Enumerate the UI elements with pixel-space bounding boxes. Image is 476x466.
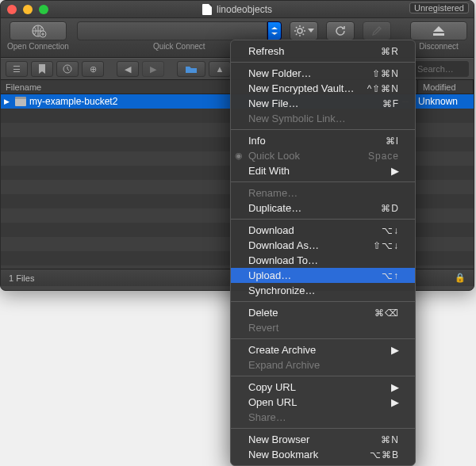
submenu-icon: ▶: [391, 165, 399, 177]
menu-item-download-as[interactable]: Download As…⇧⌥↓: [231, 238, 415, 253]
menu-item-label: Download As…: [248, 239, 319, 251]
menu-item-label: New Bookmark: [248, 449, 318, 460]
menu-shortcut: ⌘D: [381, 203, 399, 214]
menu-item-label: Copy URL: [248, 381, 296, 393]
refresh-icon: [334, 25, 347, 37]
menu-item-edit-with[interactable]: Edit With▶: [231, 163, 415, 178]
menu-item-delete[interactable]: Delete⌘⌫: [231, 305, 415, 320]
menu-item-label: Rename…: [248, 187, 298, 199]
open-connection-button[interactable]: [10, 21, 67, 40]
menu-item-new-file[interactable]: New File…⌘F: [231, 96, 415, 111]
menu-item-synchronize[interactable]: Synchronize…: [231, 283, 415, 298]
menu-shortcut: ^⇧⌘N: [367, 83, 399, 94]
document-icon: [202, 4, 212, 15]
eject-icon: [430, 25, 447, 37]
titlebar[interactable]: linodeobjects Unregistered: [1, 1, 474, 18]
menu-separator: [231, 338, 415, 339]
title-text: linodeobjects: [217, 4, 272, 15]
file-count: 1 Files: [9, 273, 34, 283]
menu-item-label: New Symbolic Link…: [248, 113, 346, 124]
menu-item-label: Download: [248, 224, 294, 236]
disconnect-button[interactable]: [410, 21, 467, 40]
menu-item-new-folder[interactable]: New Folder…⇧⌘N: [231, 66, 415, 81]
menu-shortcut: ⌘F: [382, 98, 399, 109]
context-menu: Refresh⌘RNew Folder…⇧⌘NNew Encrypted Vau…: [230, 40, 416, 466]
nav-back-button[interactable]: ◀: [117, 61, 139, 77]
header-modified[interactable]: Modified: [418, 80, 474, 94]
submenu-icon: ▶: [391, 344, 399, 356]
open-connection-label: Open Connection: [7, 42, 69, 51]
nav-forward-button[interactable]: ▶: [142, 61, 164, 77]
menu-item-label: Open URL: [248, 396, 297, 408]
menu-item-label: New Browser: [248, 434, 309, 445]
menu-item-info[interactable]: Info⌘I: [231, 133, 415, 148]
menu-item-label: Synchronize…: [248, 285, 316, 296]
menu-separator: [231, 62, 415, 63]
menu-separator: [231, 376, 415, 376]
window-title: linodeobjects: [202, 4, 272, 15]
minimize-icon[interactable]: [23, 5, 33, 14]
pencil-icon: [370, 25, 383, 37]
menu-item-label: Quick Look: [248, 150, 300, 162]
menu-item-label: New File…: [248, 97, 299, 109]
nav-up-button[interactable]: ▲: [209, 61, 231, 77]
view-bonjour-button[interactable]: ⊕: [82, 61, 104, 77]
menu-item-open-url[interactable]: Open URL▶: [231, 395, 415, 410]
menu-item-label: Expand Archive: [248, 359, 320, 371]
view-bookmarks-button[interactable]: [31, 61, 53, 77]
row-modified: Unknown: [415, 96, 470, 107]
lock-icon: 🔒: [455, 273, 466, 283]
bucket-icon: [15, 97, 26, 106]
menu-item-label: New Encrypted Vault…: [248, 82, 354, 94]
search-input[interactable]: [413, 61, 469, 77]
menu-item-label: Share…: [248, 411, 286, 423]
menu-separator: [231, 428, 415, 429]
gear-icon: [294, 25, 306, 37]
disconnect-label: Disconnect: [419, 42, 458, 51]
menu-item-download[interactable]: Download⌥↓: [231, 223, 415, 238]
menu-shortcut: ⌘I: [386, 136, 399, 147]
menu-item-refresh[interactable]: Refresh⌘R: [231, 44, 415, 59]
menu-item-label: Duplicate…: [248, 202, 301, 214]
menu-item-copy-url[interactable]: Copy URL▶: [231, 380, 415, 395]
menu-shortcut: ⌥↓: [382, 225, 399, 236]
window-controls: [7, 5, 48, 14]
menu-separator: [231, 181, 415, 182]
menu-item-download-to[interactable]: Download To…: [231, 253, 415, 268]
menu-item-create-archive[interactable]: Create Archive▶: [231, 342, 415, 357]
menu-item-label: Download To…: [248, 254, 318, 266]
menu-item-label: New Folder…: [248, 67, 311, 79]
svg-point-2: [298, 29, 302, 33]
view-list-button[interactable]: ☰: [6, 61, 28, 77]
menu-item-label: Revert: [248, 322, 278, 334]
menu-item-label: Info: [248, 135, 266, 147]
menu-item-new-symbolic-link: New Symbolic Link…: [231, 111, 415, 126]
menu-item-label: Delete: [248, 307, 278, 319]
menu-shortcut: ⌘⌫: [374, 307, 399, 319]
menu-separator: [231, 301, 415, 302]
menu-item-new-browser[interactable]: New Browser⌘N: [231, 432, 415, 447]
menu-shortcut: ⇧⌥↓: [373, 240, 399, 251]
zoom-icon[interactable]: [39, 5, 48, 14]
chevron-down-icon: [308, 29, 314, 33]
menu-item-new-bookmark[interactable]: New Bookmark⌥⌘B: [231, 447, 415, 462]
unregistered-badge[interactable]: Unregistered: [409, 2, 469, 13]
menu-item-share: Share…: [231, 410, 415, 425]
menu-item-duplicate[interactable]: Duplicate…⌘D: [231, 201, 415, 216]
close-icon[interactable]: [7, 5, 17, 14]
menu-item-new-encrypted-vault[interactable]: New Encrypted Vault…^⇧⌘N: [231, 81, 415, 96]
action-menu-button[interactable]: [290, 21, 318, 40]
menu-item-upload[interactable]: Upload…⌥↑: [231, 268, 415, 283]
menu-separator: [231, 129, 415, 130]
view-history-button[interactable]: [56, 61, 79, 77]
menu-shortcut: ⇧⌘N: [372, 68, 399, 79]
disclosure-icon[interactable]: ▶: [4, 97, 12, 105]
edit-button[interactable]: [363, 21, 391, 40]
menu-item-revert: Revert: [231, 320, 415, 335]
menu-shortcut: ⌥↑: [382, 270, 399, 281]
menu-item-rename: Rename…: [231, 185, 415, 201]
quick-connect-dropdown[interactable]: [267, 21, 282, 40]
quick-connect-field[interactable]: [77, 21, 267, 40]
refresh-button[interactable]: [326, 21, 355, 40]
path-button[interactable]: [177, 61, 205, 77]
